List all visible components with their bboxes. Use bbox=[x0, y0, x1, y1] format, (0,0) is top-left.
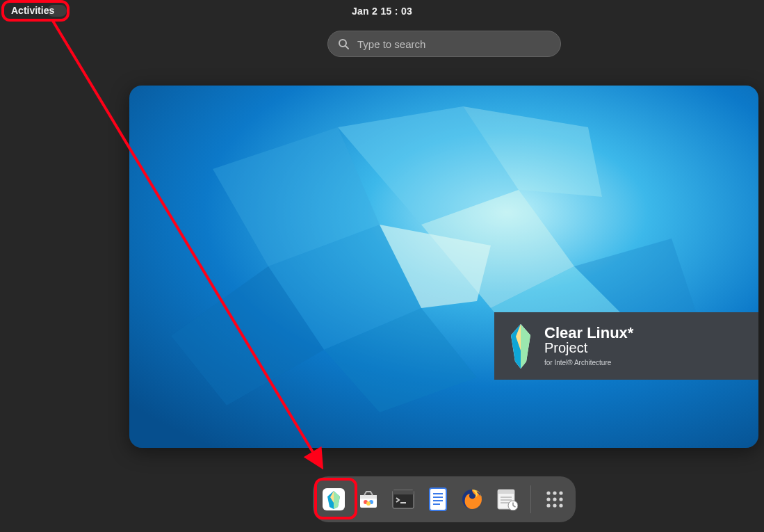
wallpaper bbox=[129, 86, 758, 448]
search-pill[interactable] bbox=[327, 31, 561, 57]
svg-point-25 bbox=[366, 501, 371, 506]
evolution-mail-icon bbox=[496, 488, 518, 510]
svg-rect-27 bbox=[393, 490, 414, 494]
activities-button[interactable]: Activities bbox=[11, 5, 54, 16]
branding-banner: Clear Linux* Project for Intel® Architec… bbox=[494, 312, 758, 380]
branding-subtitle: Project bbox=[544, 341, 633, 355]
svg-point-51 bbox=[553, 503, 556, 507]
svg-point-52 bbox=[559, 503, 562, 507]
dash-item-2[interactable] bbox=[391, 487, 416, 512]
svg-rect-22 bbox=[360, 495, 377, 499]
svg-point-47 bbox=[546, 497, 550, 501]
svg-marker-15 bbox=[521, 324, 530, 369]
show-applications-button[interactable] bbox=[542, 487, 567, 512]
dash-item-0[interactable] bbox=[321, 487, 346, 512]
svg-rect-37 bbox=[498, 490, 514, 494]
dash-item-4[interactable] bbox=[460, 487, 485, 512]
search-input[interactable] bbox=[357, 38, 551, 50]
svg-line-1 bbox=[346, 46, 348, 49]
branding-title: Clear Linux* bbox=[544, 325, 633, 341]
dash-item-5[interactable] bbox=[494, 487, 519, 512]
svg-point-46 bbox=[559, 491, 562, 494]
dash-item-1[interactable] bbox=[356, 487, 381, 512]
terminal-icon bbox=[392, 490, 414, 509]
clock-datetime[interactable]: Jan 2 15 : 03 bbox=[352, 6, 412, 17]
svg-point-49 bbox=[559, 497, 562, 501]
svg-point-45 bbox=[553, 491, 556, 494]
apps-grid-icon bbox=[545, 490, 564, 509]
svg-rect-29 bbox=[430, 488, 446, 510]
text-editor-icon bbox=[429, 487, 447, 511]
clear-linux-logo-icon bbox=[507, 323, 535, 370]
software-center-icon bbox=[357, 488, 380, 510]
clear-linux-installer-icon bbox=[322, 487, 346, 511]
firefox-icon bbox=[460, 487, 484, 511]
search-icon bbox=[338, 38, 349, 49]
svg-point-50 bbox=[546, 503, 550, 507]
dash-item-3[interactable] bbox=[425, 487, 450, 512]
svg-point-44 bbox=[546, 491, 550, 494]
svg-point-48 bbox=[553, 497, 556, 501]
dash-separator bbox=[530, 485, 531, 513]
branding-tagline: for Intel® Architecture bbox=[544, 360, 633, 367]
workspace-preview[interactable]: Clear Linux* Project for Intel® Architec… bbox=[129, 86, 758, 448]
dash bbox=[313, 476, 576, 522]
